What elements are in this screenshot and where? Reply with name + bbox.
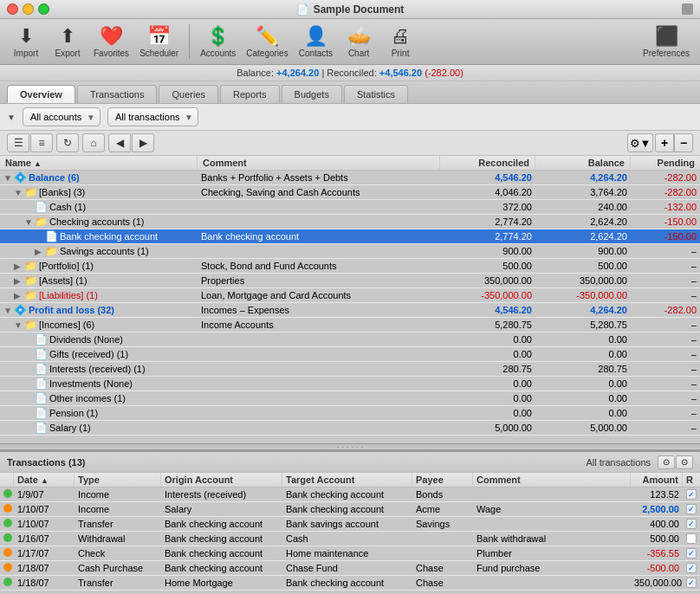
th-status[interactable] bbox=[0, 473, 14, 487]
transaction-row[interactable]: 1/18/07 Transfer Home Mortgage Bank chec… bbox=[0, 576, 700, 591]
transaction-row[interactable]: 1/10/07 Income Salary Bank checking acco… bbox=[0, 502, 700, 517]
settings-btn[interactable]: ⚙▼ bbox=[627, 133, 653, 152]
disclosure-arrow[interactable]: ▼ bbox=[24, 217, 33, 227]
td-reconciled[interactable]: ✓ bbox=[683, 503, 700, 515]
th-amount[interactable]: Amount bbox=[631, 473, 683, 487]
tree-row[interactable]: 📄 Other incomes (1) 0.00 0.00 – bbox=[0, 391, 700, 406]
tree-row[interactable]: ▼ 📁 [Banks] (3) Checking, Saving and Cas… bbox=[0, 185, 700, 200]
th-origin[interactable]: Origin Account bbox=[161, 473, 282, 487]
pane-divider[interactable]: · · · · · · bbox=[0, 443, 700, 450]
export-button[interactable]: ⬆ Export bbox=[49, 23, 87, 61]
disclosure-arrow[interactable]: ▼ bbox=[14, 188, 23, 197]
td-reconciled[interactable]: ✓ bbox=[683, 547, 700, 559]
th-target[interactable]: Target Account bbox=[282, 473, 412, 487]
col-balance-header[interactable]: Balance bbox=[535, 156, 631, 170]
tree-row[interactable]: 📄 Salary (1) 5,000.00 5,000.00 – bbox=[0, 421, 700, 436]
tree-row[interactable]: 📄 Dividends (None) 0.00 0.00 – bbox=[0, 333, 700, 347]
tab-budgets[interactable]: Budgets bbox=[282, 85, 342, 103]
account-name: Other incomes (1) bbox=[49, 393, 126, 404]
reconcile-checkbox[interactable]: ✓ bbox=[686, 489, 697, 500]
tree-row[interactable]: ▶ 📁 [Portfolio] (1) Stock, Bond and Fund… bbox=[0, 259, 700, 274]
tab-overview[interactable]: Overview bbox=[7, 85, 75, 103]
disclosure-arrow[interactable]: ▶ bbox=[35, 247, 43, 256]
scheduler-button[interactable]: 📅 Scheduler bbox=[136, 23, 182, 61]
maximize-button[interactable] bbox=[38, 3, 49, 15]
th-comment[interactable]: Comment bbox=[473, 473, 631, 487]
transaction-row[interactable]: 1/16/07 Withdrawal Bank checking account… bbox=[0, 532, 700, 546]
transaction-row[interactable]: 1/9/07 Income Interests (received) Bank … bbox=[0, 487, 700, 502]
account-filter-select[interactable]: All accounts bbox=[23, 107, 100, 126]
accounts-button[interactable]: 💲 Accounts bbox=[197, 23, 239, 61]
chart-button[interactable]: 🥧 Chart bbox=[340, 23, 378, 61]
resize-handle[interactable] bbox=[682, 3, 693, 15]
transaction-filter-select[interactable]: All transactions bbox=[107, 107, 198, 126]
import-button[interactable]: ⬇ Import bbox=[7, 23, 45, 61]
add-btn[interactable]: + bbox=[655, 133, 674, 152]
next-btn[interactable]: ▶ bbox=[132, 133, 154, 152]
contacts-button[interactable]: 👤 Contacts bbox=[295, 23, 336, 61]
transaction-row[interactable]: 1/17/07 Check Bank checking account Home… bbox=[0, 546, 700, 561]
tab-transactions[interactable]: Transactions bbox=[77, 85, 158, 103]
favorites-button[interactable]: ❤️ Favorites bbox=[90, 23, 133, 61]
th-r[interactable]: R bbox=[683, 473, 700, 487]
th-payee[interactable]: Payee bbox=[412, 473, 473, 487]
refresh-btn[interactable]: ↻ bbox=[56, 133, 79, 152]
td-reconciled[interactable]: ✓ bbox=[683, 518, 700, 530]
print-button[interactable]: 🖨 Print bbox=[381, 23, 419, 61]
tab-statistics[interactable]: Statistics bbox=[344, 85, 408, 103]
disclosure-arrow[interactable]: ▶ bbox=[14, 261, 23, 271]
disclosure-arrow[interactable]: ▶ bbox=[14, 291, 23, 300]
reconcile-checkbox[interactable]: ✓ bbox=[686, 504, 697, 514]
th-date[interactable]: Date ▲ bbox=[14, 473, 75, 487]
disclosure-arrow[interactable]: ▼ bbox=[14, 320, 23, 330]
reconcile-checkbox[interactable]: ✓ bbox=[686, 563, 697, 573]
tree-row[interactable]: 📄 Investments (None) 0.00 0.00 – bbox=[0, 377, 700, 391]
disclosure-arrow[interactable]: ▼ bbox=[3, 306, 12, 315]
reconcile-checkbox[interactable] bbox=[686, 533, 697, 544]
trans-view-btn-1[interactable]: ⊙ bbox=[658, 455, 675, 469]
list-view-btn[interactable]: ☰ bbox=[7, 133, 29, 152]
col-name-header[interactable]: Name ▲ bbox=[0, 156, 198, 170]
td-reconciled[interactable]: ✓ bbox=[683, 562, 700, 574]
transaction-row[interactable]: 1/18/07 Cash Purchase Bank checking acco… bbox=[0, 561, 700, 576]
tree-row[interactable]: 📄 Gifts (received) (1) 0.00 0.00 – bbox=[0, 347, 700, 362]
categories-button[interactable]: ✏️ Categories bbox=[243, 23, 291, 61]
tree-row[interactable]: 📄 Pension (1) 0.00 0.00 – bbox=[0, 406, 700, 421]
td-reconciled[interactable]: ✓ bbox=[683, 488, 700, 500]
reconcile-checkbox[interactable]: ✓ bbox=[686, 548, 697, 558]
tree-row[interactable]: ▼ 📁 [Incomes] (6) Income Accounts 5,280.… bbox=[0, 318, 700, 333]
tree-row[interactable]: 📄 Interests (received) (1) 280.75 280.75… bbox=[0, 362, 700, 377]
tree-row[interactable]: ▶ 📁 [Liabilities] (1) Loan, Mortgage and… bbox=[0, 288, 700, 303]
minimize-button[interactable] bbox=[23, 3, 34, 15]
reconcile-checkbox[interactable]: ✓ bbox=[686, 519, 697, 529]
disclosure-arrow[interactable]: ▼ bbox=[3, 173, 12, 183]
preferences-button[interactable]: ⬛ Preferences bbox=[639, 23, 693, 61]
tree-row[interactable]: ▶ 📁 [Assets] (1) Properties 350,000.00 3… bbox=[0, 274, 700, 288]
tab-reports[interactable]: Reports bbox=[220, 85, 280, 103]
tree-row[interactable]: ▼ 💠 Profit and loss (32) Incomes – Expen… bbox=[0, 303, 700, 318]
th-type[interactable]: Type bbox=[75, 473, 161, 487]
home-btn[interactable]: ⌂ bbox=[82, 133, 105, 152]
td-reconciled[interactable]: ✓ bbox=[683, 577, 700, 589]
col-pending-header[interactable]: Pending bbox=[631, 156, 700, 170]
td-reconciled[interactable] bbox=[683, 533, 700, 545]
tree-balance-cell: 0.00 bbox=[535, 348, 631, 360]
close-button[interactable] bbox=[7, 3, 18, 15]
trans-view-btn-2[interactable]: ⊙ bbox=[676, 455, 693, 469]
disclosure-arrow[interactable]: ▶ bbox=[14, 276, 23, 286]
tree-row[interactable]: ▶ 📁 Savings accounts (1) 900.00 900.00 – bbox=[0, 244, 700, 259]
tab-queries[interactable]: Queries bbox=[159, 85, 218, 103]
col-comment-header[interactable]: Comment bbox=[198, 156, 440, 170]
tree-row[interactable]: ▼ 📁 Checking accounts (1) 2,774.20 2,624… bbox=[0, 215, 700, 229]
filter-disclosure[interactable]: ▼ bbox=[7, 113, 16, 122]
remove-btn[interactable]: − bbox=[674, 133, 693, 152]
tree-row[interactable]: 📄 Cash (1) 372.00 240.00 -132.00 bbox=[0, 200, 700, 215]
tree-row[interactable]: ▼ 💠 Balance (6) Banks + Portfolio + Asse… bbox=[0, 171, 700, 185]
tree-row[interactable]: 📄 Bank checking account Bank checking ac… bbox=[0, 229, 700, 244]
col-reconciled-header[interactable]: Reconciled bbox=[440, 156, 535, 170]
prev-btn[interactable]: ◀ bbox=[108, 133, 131, 152]
reconcile-checkbox[interactable]: ✓ bbox=[686, 578, 697, 588]
window-controls[interactable] bbox=[7, 3, 49, 15]
transaction-row[interactable]: 1/10/07 Transfer Bank checking account B… bbox=[0, 517, 700, 532]
detail-view-btn[interactable]: ≡ bbox=[30, 133, 53, 152]
